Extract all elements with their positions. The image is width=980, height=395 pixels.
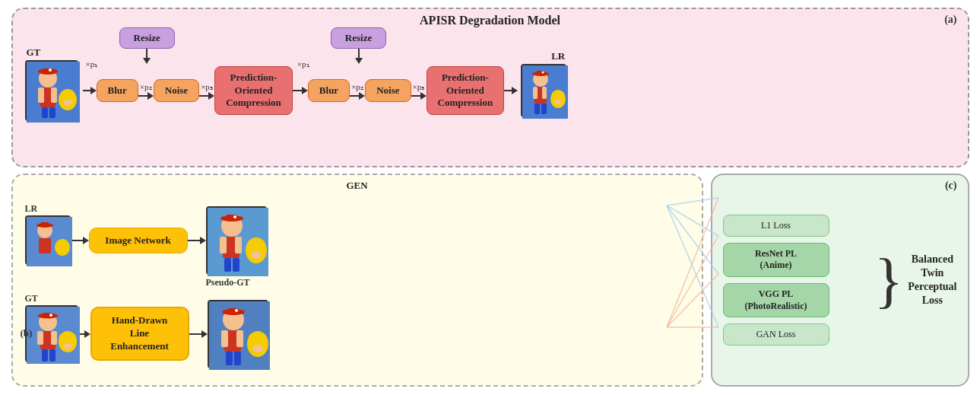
- svg-rect-13: [41, 70, 55, 72]
- resize-group-2: Resize: [331, 27, 386, 64]
- poc-group-1: Prediction- Oriented Compression: [214, 66, 293, 116]
- blur-box-2: Blur: [308, 79, 350, 102]
- svg-rect-52: [37, 331, 43, 345]
- p1-label-1: ×p₁: [86, 59, 98, 69]
- svg-rect-4: [51, 88, 57, 103]
- section-label-b: (b): [21, 327, 33, 339]
- hand-drawn-box: Hand-Drawn Line Enhancement: [90, 307, 189, 361]
- svg-point-32: [55, 239, 70, 256]
- gen-output-image: [206, 206, 267, 275]
- bottom-left: GEN LR: [11, 174, 703, 387]
- vgg-loss-row: VGG PL(PhotoRealistic): [723, 283, 870, 317]
- arrow-handdrawn-gt2: [189, 330, 208, 338]
- svg-rect-54: [42, 349, 48, 362]
- balanced-loss-label: Balanced Twin Perceptual Loss: [908, 253, 956, 308]
- svg-point-44: [256, 240, 265, 249]
- arrow-gt-handdrawn: [78, 330, 90, 338]
- p1-label-2: ×p₁: [297, 59, 309, 69]
- svg-rect-5: [42, 107, 48, 118]
- down-arrow-2: [355, 49, 363, 64]
- svg-point-23: [552, 91, 558, 97]
- p3-label-2: ×p₃: [413, 82, 425, 92]
- noise-box-2: Noise: [365, 79, 411, 102]
- balanced-loss-group: } Balanced Twin Perceptual Loss: [874, 250, 957, 311]
- svg-rect-38: [220, 237, 227, 253]
- flow-row-lr: LR: [25, 206, 690, 275]
- svg-point-48: [233, 215, 236, 218]
- loss-boxes: L1 Loss ResNet PL(Anime) VGG PL(PhotoRea…: [723, 215, 870, 346]
- svg-rect-67: [236, 330, 243, 347]
- bottom-section: GEN LR: [11, 174, 969, 387]
- resize-box-2: Resize: [331, 27, 386, 49]
- arrow-noise-poc-1: [199, 92, 214, 100]
- section-label-a: (a): [944, 14, 956, 26]
- svg-rect-55: [49, 349, 56, 362]
- gt-output-image: [208, 300, 268, 368]
- top-title: APISR Degradation Model: [420, 14, 560, 27]
- svg-point-73: [252, 345, 263, 352]
- resize-group-1: Resize: [119, 27, 175, 64]
- bottom-right: (c) L1 Loss ResNet PL(Anime): [711, 174, 969, 387]
- svg-rect-40: [224, 258, 231, 272]
- svg-point-43: [247, 240, 256, 249]
- resnet-loss-row: ResNet PL(Anime): [723, 243, 870, 277]
- image-network-box: Image Network: [89, 228, 188, 253]
- svg-point-76: [235, 309, 238, 312]
- svg-point-71: [249, 333, 258, 342]
- svg-rect-69: [234, 352, 241, 365]
- resnet-loss-box: ResNet PL(Anime): [723, 243, 829, 277]
- svg-rect-68: [226, 352, 233, 365]
- brace-symbol: }: [874, 250, 903, 311]
- noise-box-1: Noise: [154, 79, 199, 102]
- arrow-blur-noise-1: [138, 92, 154, 100]
- svg-point-72: [258, 333, 267, 342]
- svg-point-25: [554, 100, 562, 104]
- p3-label-1: ×p₃: [201, 82, 213, 92]
- arrow-after-gt: [83, 87, 97, 94]
- poc-group-2: Prediction- Oriented Compression: [427, 66, 505, 116]
- l1-loss-box: L1 Loss: [723, 215, 829, 237]
- l1-loss-row: L1 Loss: [723, 215, 870, 237]
- poc-box-2: Prediction- Oriented Compression: [427, 66, 505, 116]
- svg-point-58: [68, 333, 76, 341]
- arrow-poc2-lr: [504, 87, 518, 94]
- svg-point-9: [67, 91, 75, 99]
- noise-group-2: Noise: [365, 79, 411, 102]
- svg-rect-66: [221, 330, 228, 347]
- svg-point-24: [558, 91, 564, 97]
- arrow-poc1-blur2: [293, 87, 308, 94]
- svg-point-45: [251, 251, 262, 259]
- svg-point-62: [49, 314, 52, 317]
- top-section: APISR Degradation Model (a) GT: [11, 8, 969, 167]
- main-container: APISR Degradation Model (a) GT: [11, 8, 969, 388]
- svg-point-10: [63, 100, 72, 106]
- gt-label-bottom: GT: [25, 293, 38, 304]
- flow-row-gt: GT: [25, 300, 690, 368]
- svg-rect-21: [541, 104, 547, 114]
- arrow-lr-network: [71, 237, 89, 244]
- arrow-network-gen: [188, 237, 206, 244]
- svg-rect-53: [51, 331, 57, 345]
- pseudo-gt-label: Pseudo-GT: [206, 277, 250, 288]
- gt-small-image: [25, 305, 78, 362]
- svg-point-59: [63, 343, 72, 349]
- svg-rect-20: [534, 104, 540, 114]
- vgg-loss-box: VGG PL(PhotoRealistic): [723, 283, 829, 317]
- poc-box-1: Prediction- Oriented Compression: [214, 66, 293, 116]
- lr-image: [521, 64, 566, 117]
- svg-point-28: [542, 72, 544, 74]
- svg-rect-6: [49, 107, 56, 118]
- noise-group-1: Noise: [154, 79, 199, 102]
- gan-loss-row: GAN Loss: [723, 323, 870, 346]
- svg-rect-3: [38, 88, 44, 103]
- p2-label-1: ×p₂: [140, 82, 152, 92]
- gen-label: GEN: [346, 180, 367, 192]
- p2-label-2: ×p₂: [351, 82, 363, 92]
- down-arrow-1: [143, 49, 151, 64]
- gt-label-top: GT: [27, 46, 41, 59]
- resize-box-1: Resize: [119, 27, 175, 49]
- svg-point-57: [59, 333, 67, 341]
- lr-label-bottom: LR: [25, 203, 38, 215]
- section-label-c: (c): [945, 180, 957, 192]
- arrow-noise2-poc2: [411, 92, 427, 100]
